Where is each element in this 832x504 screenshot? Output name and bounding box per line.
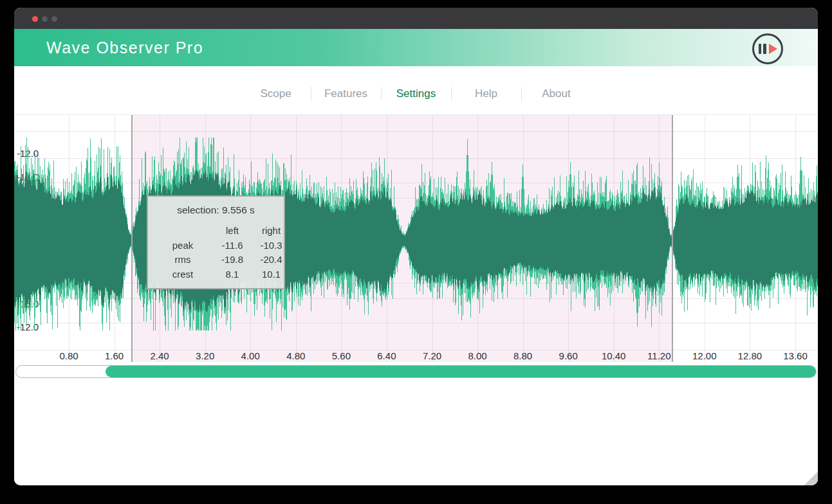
- tooltip-header-cell: right: [254, 224, 289, 239]
- bottom-controls: Input L R -18.9 -12.4 Settings dark mode…: [14, 379, 818, 485]
- tooltip-value-cell: -20.4: [254, 253, 289, 267]
- tooltip-value-cell: crest: [154, 267, 211, 282]
- pause-icon: [763, 44, 766, 54]
- play-icon: [769, 44, 777, 54]
- waveform-plot: 0.801.602.403.204.004.805.606.407.208.00…: [14, 114, 818, 362]
- tab-about[interactable]: About: [522, 87, 591, 100]
- selection-stats-table: leftrightpeak-11.6-10.3rms-19.8-20.4cres…: [148, 224, 284, 282]
- minimize-button[interactable]: [42, 16, 48, 22]
- selection-start-handle[interactable]: [131, 115, 133, 362]
- tooltip-value-cell: -11.6: [211, 239, 254, 253]
- app-title: Wave Observer Pro: [46, 29, 203, 66]
- tooltip-value-cell: -19.8: [211, 253, 254, 267]
- nav-tabs: ScopeFeaturesSettingsHelpAbout: [14, 66, 818, 114]
- tooltip-header-cell: [154, 224, 211, 239]
- close-button[interactable]: [32, 16, 38, 22]
- app-window: Wave Observer Pro ScopeFeaturesSettingsH…: [14, 8, 818, 485]
- tab-scope[interactable]: Scope: [241, 87, 311, 100]
- scrollbar-track[interactable]: [15, 365, 817, 378]
- tab-help[interactable]: Help: [452, 87, 521, 100]
- selection-tooltip: selection: 9.556 s leftrightpeak-11.6-10…: [147, 195, 285, 289]
- maximize-button[interactable]: [51, 16, 57, 22]
- tooltip-value-cell: peak: [154, 239, 211, 253]
- tooltip-header-cell: left: [211, 224, 254, 239]
- scrollbar-thumb[interactable]: [106, 366, 816, 377]
- titlebar: [14, 8, 818, 29]
- tab-features[interactable]: Features: [311, 87, 381, 100]
- tooltip-value-cell: -10.3: [254, 239, 289, 253]
- tooltip-value-cell: 8.1: [211, 267, 254, 282]
- app-header: Wave Observer Pro: [14, 29, 818, 66]
- tooltip-value-cell: rms: [154, 253, 211, 267]
- tab-settings[interactable]: Settings: [382, 87, 451, 100]
- pause-play-button[interactable]: [752, 33, 783, 64]
- selection-duration: selection: 9.556 s: [148, 204, 284, 216]
- tooltip-value-cell: 10.1: [254, 267, 289, 282]
- screen-background: Wave Observer Pro ScopeFeaturesSettingsH…: [0, 0, 832, 504]
- waveform-canvas[interactable]: [14, 115, 818, 362]
- selection-end-handle[interactable]: [672, 115, 673, 362]
- resize-handle[interactable]: [801, 469, 818, 485]
- pause-icon: [759, 44, 762, 54]
